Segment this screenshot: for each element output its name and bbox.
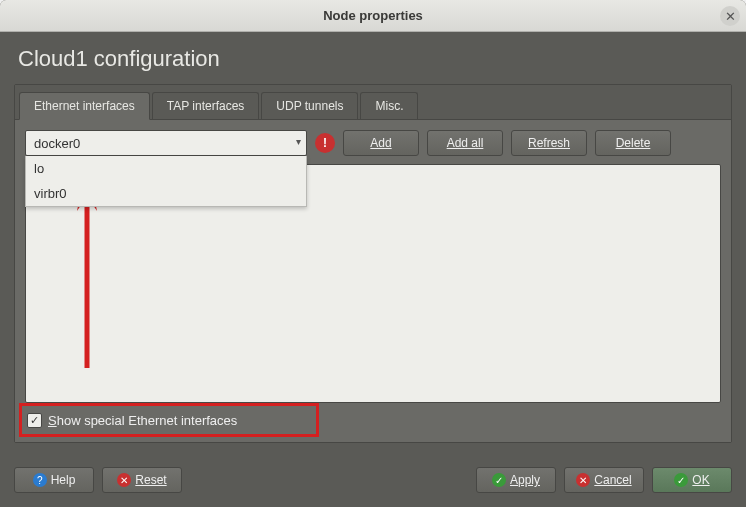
add-all-button[interactable]: Add all [427,130,503,156]
tab-bar: Ethernet interfaces TAP interfaces UDP t… [15,85,731,119]
tab-udp-tunnels[interactable]: UDP tunnels [261,92,358,120]
cancel-button[interactable]: ✕ Cancel [564,467,644,493]
add-button[interactable]: Add [343,130,419,156]
refresh-button[interactable]: Refresh [511,130,587,156]
show-special-label: Show special Ethernet interfaces [48,413,237,428]
apply-button[interactable]: ✓ Apply [476,467,556,493]
interface-combo[interactable]: ▾ lo virbr0 [25,130,307,156]
window-title: Node properties [323,8,423,23]
warning-icon: ! [315,133,335,153]
dialog-window: Node properties ✕ Cloud1 configuration E… [0,0,746,507]
interface-combo-dropdown: lo virbr0 [25,156,307,207]
help-button[interactable]: ? Help [14,467,94,493]
toolbar-row: ▾ lo virbr0 ! Add Add all Refresh Delete [25,130,721,156]
combo-option-lo[interactable]: lo [26,156,306,181]
group-title: Cloud1 configuration [14,46,732,72]
delete-button[interactable]: Delete [595,130,671,156]
help-icon: ? [33,473,47,487]
ok-button[interactable]: ✓ OK [652,467,732,493]
reset-button[interactable]: ✕ Reset [102,467,182,493]
window-close-button[interactable]: ✕ [720,6,740,26]
tab-content: ▾ lo virbr0 ! Add Add all Refresh Delete [15,119,731,442]
show-special-checkbox[interactable]: ✓ [27,413,42,428]
x-icon: ✕ [576,473,590,487]
check-icon: ✓ [492,473,506,487]
dialog-body: Cloud1 configuration Ethernet interfaces… [0,32,746,457]
dialog-footer: ? Help ✕ Reset ✓ Apply ✕ Cancel ✓ OK [0,457,746,507]
tab-misc[interactable]: Misc. [360,92,418,120]
x-icon: ✕ [117,473,131,487]
tab-ethernet-interfaces[interactable]: Ethernet interfaces [19,92,150,120]
show-special-checkbox-row[interactable]: ✓ Show special Ethernet interfaces [25,409,721,432]
interface-combo-input[interactable] [25,130,307,156]
group-frame: Ethernet interfaces TAP interfaces UDP t… [14,84,732,443]
tab-tap-interfaces[interactable]: TAP interfaces [152,92,260,120]
titlebar: Node properties ✕ [0,0,746,32]
check-icon: ✓ [674,473,688,487]
combo-option-virbr0[interactable]: virbr0 [26,181,306,206]
close-icon: ✕ [725,9,736,24]
